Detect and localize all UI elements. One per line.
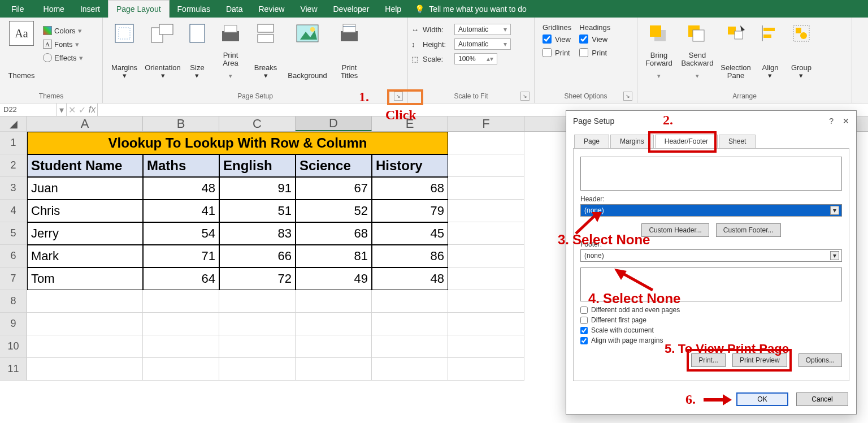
cell[interactable] — [296, 335, 372, 358]
cell[interactable] — [448, 313, 524, 335]
col-E[interactable]: E — [372, 116, 448, 131]
cell[interactable]: 52 — [296, 200, 372, 222]
themes-button[interactable]: Aa Themes — [3, 20, 40, 82]
print-area-button[interactable]: Print Area▾ — [214, 20, 248, 82]
cell[interactable]: Maths — [143, 154, 219, 177]
cell[interactable]: 86 — [372, 245, 448, 267]
cell[interactable]: History — [372, 154, 448, 177]
row-3[interactable]: 3 — [0, 177, 27, 200]
col-A[interactable]: A — [27, 116, 143, 131]
cell[interactable] — [219, 358, 296, 381]
cell[interactable] — [143, 313, 219, 335]
cell[interactable] — [448, 335, 524, 358]
tab-review[interactable]: Review — [251, 0, 293, 18]
bring-forward-button[interactable]: Bring Forward▾ — [641, 20, 677, 82]
row-1[interactable]: 1 — [0, 132, 27, 154]
cell[interactable]: 48 — [372, 267, 448, 290]
col-B[interactable]: B — [143, 116, 219, 131]
cell[interactable]: 79 — [372, 200, 448, 222]
cell[interactable] — [372, 313, 448, 335]
headings-view-check[interactable]: View — [579, 33, 610, 45]
title-cell[interactable]: Vlookup To Lookup With Row & Column — [27, 132, 448, 154]
custom-header-button[interactable]: Custom Header... — [641, 223, 709, 237]
row-5[interactable]: 5 — [0, 222, 27, 245]
scale-launcher[interactable]: ↘ — [520, 92, 530, 101]
tab-formulas[interactable]: Formulas — [170, 0, 218, 18]
size-button[interactable]: Size▾ — [183, 20, 211, 82]
cell[interactable] — [372, 290, 448, 313]
tab-file[interactable]: File — [0, 0, 36, 18]
cell[interactable]: English — [219, 154, 296, 177]
print-titles-button[interactable]: Print Titles — [333, 20, 365, 82]
cell[interactable] — [296, 290, 372, 313]
cell[interactable]: 67 — [296, 177, 372, 200]
cell[interactable] — [27, 358, 143, 381]
cell[interactable] — [27, 313, 143, 335]
header-combo[interactable]: (none)▾ — [580, 204, 842, 217]
margins-button[interactable]: Margins▾ — [106, 20, 142, 82]
headings-print-check[interactable]: Print — [579, 46, 610, 59]
cell[interactable]: 51 — [219, 200, 296, 222]
group-button[interactable]: Group▾ — [787, 20, 816, 82]
cell[interactable] — [143, 335, 219, 358]
colors-button[interactable]: Colors ▾ — [42, 24, 84, 37]
tab-page-layout[interactable]: Page Layout — [108, 0, 170, 18]
name-box[interactable]: D22 — [0, 103, 57, 116]
different-first-page-check[interactable]: Different first page — [580, 316, 842, 324]
cancel-button[interactable]: Cancel — [796, 392, 848, 406]
cell[interactable]: 72 — [219, 267, 296, 290]
cell[interactable] — [448, 200, 524, 222]
row-8[interactable]: 8 — [0, 290, 27, 313]
fx-icon[interactable]: fx — [87, 103, 97, 116]
print-preview-button[interactable]: Print Preview — [732, 353, 787, 367]
cell[interactable] — [448, 177, 524, 200]
tab-developer[interactable]: Developer — [326, 0, 377, 18]
cell[interactable]: 91 — [219, 177, 296, 200]
row-6[interactable]: 6 — [0, 245, 27, 267]
tab-insert[interactable]: Insert — [72, 0, 108, 18]
col-D[interactable]: D — [296, 116, 372, 131]
gridlines-view-check[interactable]: View — [542, 33, 571, 45]
dlg-tab-margins[interactable]: Margins — [610, 135, 654, 148]
cell[interactable]: 54 — [143, 222, 219, 245]
ok-button[interactable]: OK — [736, 392, 788, 406]
selection-pane-button[interactable]: Selection Pane — [718, 20, 754, 82]
cell[interactable]: 83 — [219, 222, 296, 245]
print-button[interactable]: Print... — [691, 353, 726, 367]
cell[interactable] — [372, 358, 448, 381]
cancel-formula-icon[interactable]: ✕ — [67, 103, 77, 116]
cell[interactable] — [219, 313, 296, 335]
cell[interactable]: Tom — [27, 267, 143, 290]
cell[interactable] — [448, 222, 524, 245]
tab-home[interactable]: Home — [36, 0, 72, 18]
cell[interactable]: Jerry — [27, 222, 143, 245]
cell[interactable]: 66 — [219, 245, 296, 267]
breaks-button[interactable]: Breaks▾ — [250, 20, 281, 82]
cell[interactable]: 68 — [296, 222, 372, 245]
different-odd-even-check[interactable]: Different odd and even pages — [580, 306, 842, 314]
cell[interactable] — [27, 290, 143, 313]
custom-footer-button[interactable]: Custom Footer... — [716, 223, 781, 237]
dialog-help-icon[interactable]: ? — [829, 116, 834, 126]
footer-combo[interactable]: (none)▾ — [580, 249, 842, 262]
fonts-button[interactable]: AFonts ▾ — [42, 38, 84, 50]
cell[interactable] — [448, 358, 524, 381]
cell[interactable]: Student Name — [27, 154, 143, 177]
cell[interactable] — [372, 335, 448, 358]
row-7[interactable]: 7 — [0, 267, 27, 290]
dlg-tab-page[interactable]: Page — [574, 135, 609, 148]
cell[interactable] — [448, 290, 524, 313]
cell[interactable]: 71 — [143, 245, 219, 267]
align-button[interactable]: Align▾ — [756, 20, 784, 82]
scale-with-document-check[interactable]: Scale with document — [580, 326, 842, 334]
row-2[interactable]: 2 — [0, 154, 27, 177]
cell[interactable]: 41 — [143, 200, 219, 222]
cell[interactable]: 48 — [143, 177, 219, 200]
sheet-options-launcher[interactable]: ↘ — [623, 92, 632, 101]
col-C[interactable]: C — [219, 116, 296, 131]
cell[interactable]: 68 — [372, 177, 448, 200]
cell[interactable] — [219, 290, 296, 313]
cell[interactable] — [448, 132, 524, 154]
select-all-corner[interactable]: ◢ — [0, 116, 27, 132]
row-9[interactable]: 9 — [0, 313, 27, 335]
